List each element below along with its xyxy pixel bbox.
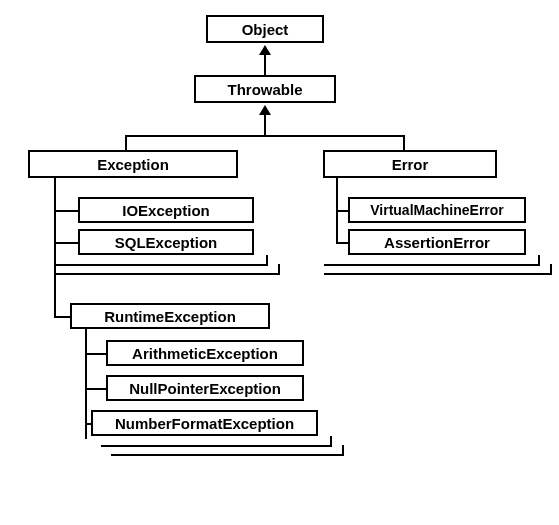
node-sqlexception: SQLException [78, 229, 254, 255]
ellipsis-line [330, 436, 332, 445]
node-arithmeticexception-label: ArithmeticException [132, 345, 278, 362]
connector-line [54, 316, 70, 318]
connector-line [403, 135, 405, 150]
arrow-throwable-to-object [259, 45, 271, 55]
arrow-children-to-throwable [259, 105, 271, 115]
ellipsis-line [324, 273, 552, 275]
connector-line [336, 210, 348, 212]
ellipsis-line [342, 445, 344, 454]
ellipsis-line [54, 273, 280, 275]
node-arithmeticexception: ArithmeticException [106, 340, 304, 366]
connector-line [336, 242, 348, 244]
connector-line [125, 135, 127, 150]
node-virtualmachineerror-label: VirtualMachineError [370, 202, 504, 218]
ellipsis-line [54, 264, 268, 266]
connector-line [264, 55, 266, 75]
node-nullpointerexception-label: NullPointerException [129, 380, 281, 397]
ellipsis-line [324, 264, 540, 266]
ellipsis-line [266, 255, 268, 264]
node-assertionerror-label: AssertionError [384, 234, 490, 251]
node-throwable: Throwable [194, 75, 336, 103]
node-numberformatexception-label: NumberFormatException [115, 415, 294, 432]
ellipsis-line [101, 445, 332, 447]
node-exception-label: Exception [97, 156, 169, 173]
connector-line [85, 353, 106, 355]
ellipsis-line [538, 255, 540, 264]
connector-line [85, 388, 106, 390]
connector-line [125, 135, 405, 137]
node-object-label: Object [242, 21, 289, 38]
node-error-label: Error [392, 156, 429, 173]
node-numberformatexception: NumberFormatException [91, 410, 318, 436]
node-runtimeexception-label: RuntimeException [104, 308, 236, 325]
ellipsis-line [550, 264, 552, 273]
node-ioexception-label: IOException [122, 202, 210, 219]
connector-line [54, 178, 56, 318]
node-object: Object [206, 15, 324, 43]
ellipsis-line [278, 264, 280, 273]
connector-line [54, 242, 78, 244]
node-error: Error [323, 150, 497, 178]
node-nullpointerexception: NullPointerException [106, 375, 304, 401]
connector-line [264, 115, 266, 135]
node-assertionerror: AssertionError [348, 229, 526, 255]
node-runtimeexception: RuntimeException [70, 303, 270, 329]
ellipsis-line [111, 454, 344, 456]
node-throwable-label: Throwable [227, 81, 302, 98]
node-ioexception: IOException [78, 197, 254, 223]
node-virtualmachineerror: VirtualMachineError [348, 197, 526, 223]
node-exception: Exception [28, 150, 238, 178]
connector-line [54, 210, 78, 212]
node-sqlexception-label: SQLException [115, 234, 218, 251]
